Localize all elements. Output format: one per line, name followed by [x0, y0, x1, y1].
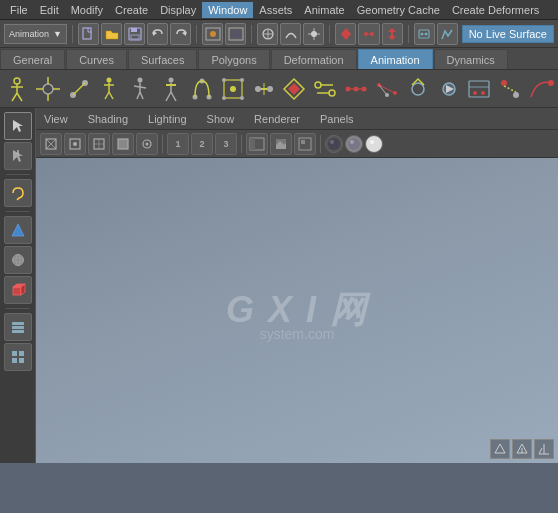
render-settings-button[interactable]: [225, 23, 246, 45]
menu-assets[interactable]: Assets: [253, 2, 298, 18]
shelf-icon-figure2[interactable]: [125, 73, 155, 105]
shelf-icon-figure[interactable]: [94, 73, 124, 105]
menu-create[interactable]: Create: [109, 2, 154, 18]
svg-marker-16: [341, 28, 351, 40]
undo-button[interactable]: [147, 23, 168, 45]
svg-rect-106: [19, 351, 24, 356]
shelf-icon-anim6[interactable]: [495, 73, 525, 105]
svg-point-69: [315, 82, 321, 88]
shelf-icon-anim1[interactable]: [341, 73, 371, 105]
menu-display[interactable]: Display: [154, 2, 202, 18]
vp-home-button[interactable]: [40, 133, 62, 155]
vp-wireframe-button[interactable]: [88, 133, 110, 155]
vp-shading-button[interactable]: [246, 133, 268, 155]
tab-surfaces[interactable]: Surfaces: [128, 49, 197, 69]
cone-tool-button[interactable]: [4, 216, 32, 244]
viewport-canvas[interactable]: G X I 网 system.com: [36, 158, 558, 463]
shelf-icon-anim5[interactable]: [464, 73, 494, 105]
svg-rect-99: [13, 287, 21, 295]
select-tool-button[interactable]: [4, 112, 32, 140]
shelf-icon-anim3[interactable]: [403, 73, 433, 105]
vp-sphere-mid[interactable]: [345, 135, 363, 153]
animation-dropdown[interactable]: Animation ▼: [4, 24, 67, 44]
lasso-tool-button[interactable]: [4, 179, 32, 207]
shelf-icon-motion-trail[interactable]: [526, 73, 556, 105]
motion-button[interactable]: [437, 23, 458, 45]
render-button[interactable]: [202, 23, 223, 45]
shelf-icon-ik[interactable]: [64, 73, 94, 105]
vp-shadow-button[interactable]: [294, 133, 316, 155]
left-separator-1: [6, 174, 30, 175]
vp-texture-button[interactable]: [270, 133, 292, 155]
grid-icon-1[interactable]: [490, 439, 510, 459]
vp-sphere-light[interactable]: [365, 135, 383, 153]
new-file-button[interactable]: [78, 23, 99, 45]
no-live-surface-indicator[interactable]: No Live Surface: [462, 25, 554, 43]
vp-menu-renderer[interactable]: Renderer: [250, 112, 304, 126]
tab-curves[interactable]: Curves: [66, 49, 127, 69]
shelf-toolbar: [0, 70, 558, 108]
shelf-icon-anim2[interactable]: [372, 73, 402, 105]
svg-point-26: [14, 78, 20, 84]
move-tool-button[interactable]: [4, 142, 32, 170]
vp-menu-panels[interactable]: Panels: [316, 112, 358, 126]
menu-window[interactable]: Window: [202, 2, 253, 18]
shelf-icon-constraint[interactable]: [249, 73, 279, 105]
shelf-icon-deformer[interactable]: [218, 73, 248, 105]
menu-create-deformers[interactable]: Create Deformers: [446, 2, 545, 18]
snap-curve-button[interactable]: [280, 23, 301, 45]
stack-tool-button[interactable]: [4, 313, 32, 341]
redo-button[interactable]: [170, 23, 191, 45]
vp-select-button[interactable]: [64, 133, 86, 155]
shelf-icon-keys[interactable]: [279, 73, 309, 105]
vp-res-high-button[interactable]: 3: [215, 133, 237, 155]
key-button-3[interactable]: [382, 23, 403, 45]
shelf-icon-skeleton[interactable]: [2, 73, 32, 105]
snap-grid-button[interactable]: [257, 23, 278, 45]
key-button-2[interactable]: [358, 23, 379, 45]
vp-sphere-dark[interactable]: [325, 135, 343, 153]
vp-menu-shading[interactable]: Shading: [84, 112, 132, 126]
grid-icon-3[interactable]: [534, 439, 554, 459]
open-file-button[interactable]: [101, 23, 122, 45]
vp-menu-lighting[interactable]: Lighting: [144, 112, 191, 126]
shelf-icon-pose[interactable]: [156, 73, 186, 105]
vp-isolate-button[interactable]: [136, 133, 158, 155]
menu-bar: File Edit Modify Create Display Window A…: [0, 0, 558, 20]
svg-marker-4: [153, 31, 157, 36]
svg-line-43: [109, 92, 113, 99]
shelf-icon-attr[interactable]: [310, 73, 340, 105]
save-file-button[interactable]: [124, 23, 145, 45]
tab-deformation[interactable]: Deformation: [271, 49, 357, 69]
snap-point-button[interactable]: [303, 23, 324, 45]
separator-3: [251, 25, 252, 43]
grid-tool-button[interactable]: [4, 343, 32, 371]
tab-animation[interactable]: Animation: [358, 49, 433, 69]
menu-geometry-cache[interactable]: Geometry Cache: [351, 2, 446, 18]
tab-general[interactable]: General: [0, 49, 65, 69]
svg-line-38: [73, 83, 85, 95]
char-set-button[interactable]: [414, 23, 435, 45]
menu-edit[interactable]: Edit: [34, 2, 65, 18]
vp-res-low-button[interactable]: 1: [167, 133, 189, 155]
grid-icon-2[interactable]: [512, 439, 532, 459]
svg-point-59: [240, 78, 244, 82]
svg-marker-92: [13, 120, 23, 132]
shelf-icon-joint[interactable]: [33, 73, 63, 105]
vp-solid-button[interactable]: [112, 133, 134, 155]
vp-res-med-button[interactable]: 2: [191, 133, 213, 155]
svg-marker-132: [495, 444, 505, 453]
shelf-icon-curve[interactable]: [187, 73, 217, 105]
vp-menu-show[interactable]: Show: [203, 112, 239, 126]
tab-polygons[interactable]: Polygons: [198, 49, 269, 69]
svg-point-60: [222, 96, 226, 100]
menu-file[interactable]: File: [4, 2, 34, 18]
tab-dynamics[interactable]: Dynamics: [434, 49, 508, 69]
vp-menu-view[interactable]: View: [40, 112, 72, 126]
sphere-tool-button[interactable]: [4, 246, 32, 274]
menu-animate[interactable]: Animate: [298, 2, 350, 18]
menu-modify[interactable]: Modify: [65, 2, 109, 18]
key-button-1[interactable]: [335, 23, 356, 45]
shelf-icon-anim4[interactable]: [434, 73, 464, 105]
cube-tool-button[interactable]: [4, 276, 32, 304]
